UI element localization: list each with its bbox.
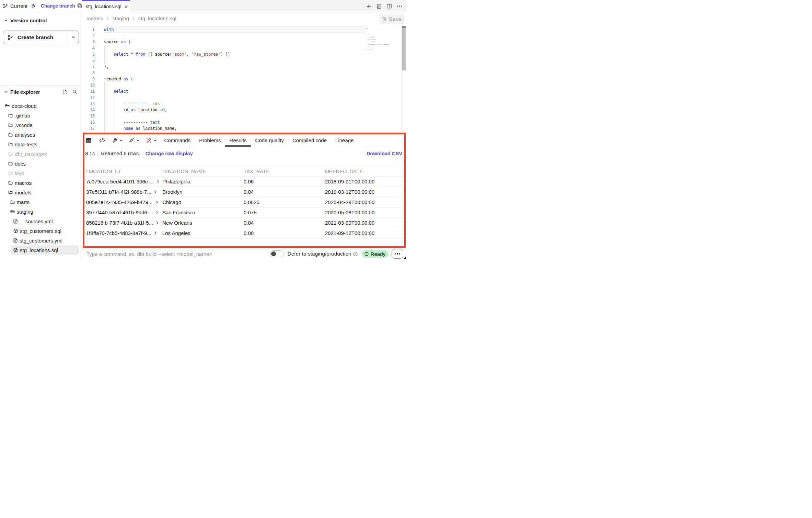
tree-item--github[interactable]: .github [0, 111, 81, 120]
editor-scrollbar[interactable] [401, 24, 406, 134]
create-branch-dropdown[interactable] [68, 31, 79, 44]
tree-item-docs[interactable]: docs [0, 159, 81, 168]
cell-value: 2019-03-12T00:00:00 [325, 189, 374, 195]
tree-item-dbt-packages[interactable]: dbt_packages [0, 149, 81, 159]
tree-item-staging[interactable]: staging [0, 207, 81, 216]
breadcrumb-item[interactable]: staging [112, 15, 129, 21]
file-explorer-header[interactable]: File explorer [4, 89, 77, 95]
results-table-icon[interactable] [86, 138, 91, 143]
code-icon[interactable] [99, 138, 105, 143]
tree-item-docs-cloud[interactable]: docs-cloud [0, 101, 81, 111]
table-row[interactable]: 3977f440-b87d-461b-9dd6-...San Francisco… [82, 207, 406, 218]
wrench-icon[interactable] [112, 138, 123, 143]
panel-tab-compiled-code[interactable]: Compiled code [288, 134, 331, 146]
new-tab-icon[interactable] [366, 4, 371, 9]
panel-tab-commands[interactable]: Commands [160, 134, 195, 146]
git-branch-icon [8, 35, 13, 40]
cell-value: 858218fb-73f7-4b1b-a31f-5... [86, 220, 153, 226]
tree-item-label: stg_customers.yml [20, 238, 62, 244]
search-icon[interactable] [72, 89, 77, 94]
magic-wand-icon[interactable] [146, 138, 157, 143]
save-icon [381, 16, 386, 22]
folder-icon [8, 123, 13, 127]
more-options-button[interactable] [392, 249, 403, 259]
expand-cell-icon[interactable] [155, 211, 159, 214]
broom-icon[interactable] [129, 138, 140, 143]
chevron-down-icon[interactable] [136, 138, 140, 143]
results-status-row: 3.1s | Returned 6 rows. Change row displ… [85, 150, 402, 156]
table-row[interactable]: 005e7e1c-1935-4269-b479...Chicago0.06252… [82, 197, 406, 207]
tree-item-label: logs [15, 170, 24, 176]
line-number: 8 [82, 70, 95, 76]
code-line: renamed as ( [104, 76, 133, 82]
line-number: 10 [82, 82, 95, 88]
folder-icon [8, 161, 13, 166]
breadcrumb-item[interactable]: stg_locations.sql [138, 15, 176, 21]
version-control-title: Version control [10, 18, 47, 23]
line-number: 15 [82, 113, 95, 119]
query-time: 3.1s [85, 150, 95, 156]
tree-item-stg-customers-sql[interactable]: stg_customers.sql [0, 226, 81, 236]
expand-cell-icon[interactable] [156, 180, 160, 183]
change-row-display-link[interactable]: Change row display [146, 150, 193, 156]
column-header-opened_date: OPENED_DATE [325, 168, 406, 174]
tree-item--sources-yml[interactable]: __sources.yml [0, 216, 81, 226]
code-line: name as location_name, [104, 125, 177, 132]
table-row[interactable]: 37e5f311-b7f4-4f2f-988b-7...Brooklyn0.04… [82, 187, 406, 197]
tree-item-analyses[interactable]: analyses [0, 130, 81, 139]
code-editor[interactable]: 1234567891011121314151617 withsource as … [82, 24, 406, 134]
cell-value: Philadelphia [162, 179, 190, 184]
cell-value: Chicago [162, 199, 181, 205]
current-branch-label: Current [10, 3, 27, 9]
panel-tab-results[interactable]: Results [225, 134, 251, 146]
line-number: 3 [82, 39, 95, 45]
version-control-header[interactable]: Version control [4, 18, 47, 23]
split-pane-icon[interactable] [386, 3, 392, 9]
line-number: 7 [82, 64, 95, 70]
tree-item-logs[interactable]: logs [0, 168, 81, 178]
close-tab-icon[interactable] [124, 5, 128, 9]
model-cube-icon [13, 248, 18, 252]
tree-item-stg-customers-yml[interactable]: stg_customers.yml [0, 236, 81, 245]
change-branch-link[interactable]: Change branch [41, 3, 75, 9]
breadcrumb-item[interactable]: models [86, 15, 103, 21]
expand-cell-icon[interactable] [155, 200, 159, 204]
minimap[interactable]: with source as ( select * from {{ source… [364, 26, 401, 130]
tree-item-marts[interactable]: marts [0, 197, 81, 207]
expand-cell-icon[interactable] [155, 221, 159, 225]
indent-guide [114, 94, 114, 133]
column-header-tax_rate: TAX_RATE [244, 168, 325, 174]
code-line: ---------- ids [104, 101, 160, 107]
save-button[interactable]: Save [380, 14, 404, 24]
status-badge[interactable]: Ready [362, 250, 388, 258]
tree-item-label: marts [17, 199, 30, 205]
new-file-icon[interactable] [62, 89, 67, 94]
expand-cell-icon[interactable] [154, 231, 157, 235]
tree-item--vscode[interactable]: .vscode [0, 120, 81, 130]
file-doc-icon [13, 219, 18, 224]
tree-item-models[interactable]: models [0, 188, 81, 197]
chevron-down-icon[interactable] [119, 138, 123, 143]
expand-cell-icon[interactable] [154, 190, 157, 194]
table-row[interactable]: 858218fb-73f7-4b1b-a31f-5...New Orleans0… [82, 218, 406, 228]
tree-item-label: dbt_packages [15, 151, 47, 157]
panel-toolbar: CommandsProblemsResultsCode qualityCompi… [82, 134, 406, 146]
notebook-icon[interactable] [376, 3, 382, 9]
tab-stg-locations-sql[interactable]: stg_locations.sql [82, 0, 130, 13]
table-row[interactable]: 7c079cea-5ed4-4101-906e-...Philadelphia0… [82, 177, 406, 187]
code-line: source as ( [104, 39, 131, 45]
ellipsis-icon[interactable] [397, 3, 402, 9]
download-csv-link[interactable]: Download CSV [367, 150, 402, 156]
panel-tab-code-quality[interactable]: Code quality [251, 134, 288, 146]
scrollbar-thumb[interactable] [402, 26, 406, 70]
tree-item-stg-locations-sql[interactable]: stg_locations.sql [0, 245, 81, 255]
tree-item-macros[interactable]: macros [0, 178, 81, 188]
panel-tab-lineage[interactable]: Lineage [331, 134, 358, 146]
create-branch-button[interactable]: Create branch [3, 31, 79, 44]
defer-toggle[interactable] [270, 250, 284, 257]
panel-tab-problems[interactable]: Problems [195, 134, 225, 146]
command-input[interactable]: Type a command, ex. dbt build --select <… [86, 251, 212, 257]
table-row[interactable]: 1f8ffa70-7cb5-4d83-8a7f-9...Los Angeles0… [82, 228, 406, 238]
help-circle-icon[interactable] [353, 252, 358, 256]
tree-item-data-tests[interactable]: data-tests [0, 139, 81, 149]
